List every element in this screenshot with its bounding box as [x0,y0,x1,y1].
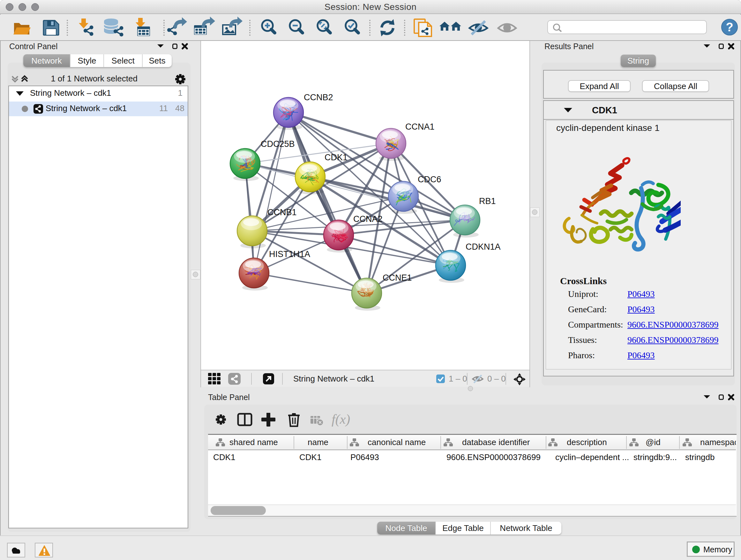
svg-text:CCNB1: CCNB1 [267,207,297,217]
svg-text:HIST1H1A: HIST1H1A [269,249,310,259]
svg-text:CDC6: CDC6 [418,175,441,184]
svg-text:CCNB2: CCNB2 [304,92,333,102]
svg-text:f(x): f(x) [332,413,350,427]
svg-text:CDKN1A: CDKN1A [466,242,501,252]
svg-text:CCNA1: CCNA1 [405,122,434,132]
svg-text:CCNA2: CCNA2 [353,214,383,224]
svg-text:CCNE1: CCNE1 [383,273,412,283]
svg-text:CDC25B: CDC25B [261,139,295,149]
svg-text:?: ? [726,20,733,34]
svg-text:RB1: RB1 [479,196,496,206]
svg-text:CDK1: CDK1 [325,152,347,162]
